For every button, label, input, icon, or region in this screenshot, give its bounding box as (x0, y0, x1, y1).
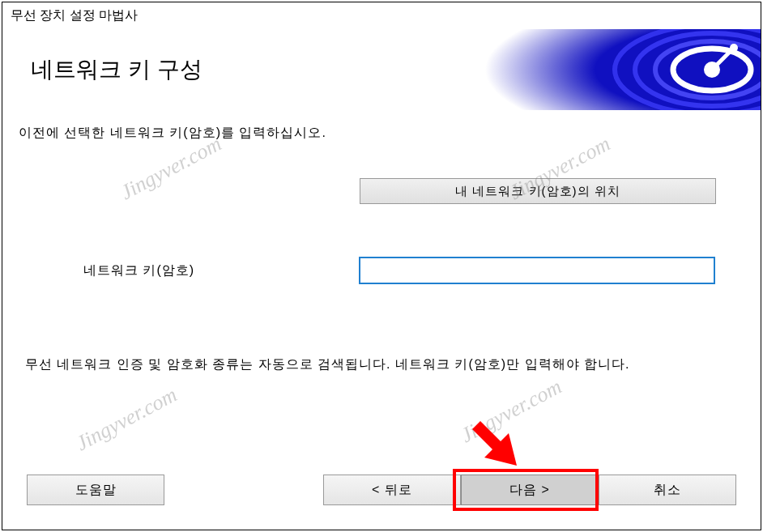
key-location-button[interactable]: 내 네트워크 키(암호)의 위치 (360, 178, 716, 204)
wizard-dialog: 무선 장치 설정 마법사 네트워크 키 구성 (2, 2, 761, 530)
wireless-icon (485, 29, 761, 110)
help-button[interactable]: 도움말 (27, 475, 164, 505)
instruction-text: 이전에 선택한 네트워크 키(암호)를 입력하십시오. (19, 125, 744, 142)
location-button-row: 내 네트워크 키(암호)의 위치 (19, 178, 744, 204)
footer: 도움말 < 뒤로 다음 > 취소 (2, 458, 761, 530)
info-text: 무선 네트워크 인증 및 암호화 종류는 자동으로 검색됩니다. 네트워크 키(… (19, 353, 744, 375)
window-title: 무선 장치 설정 마법사 (2, 2, 761, 29)
network-key-input[interactable] (359, 257, 715, 284)
next-button[interactable]: 다음 > (461, 475, 599, 505)
input-row: 네트워크 키(암호) (19, 257, 744, 284)
network-key-label: 네트워크 키(암호) (19, 262, 359, 279)
page-title: 네트워크 키 구성 (2, 54, 202, 85)
svg-point-6 (730, 44, 738, 52)
header: 네트워크 키 구성 (2, 29, 761, 110)
back-button[interactable]: < 뒤로 (323, 475, 461, 505)
content-area: 이전에 선택한 네트워크 키(암호)를 입력하십시오. 내 네트워크 키(암호)… (2, 110, 761, 458)
cancel-button[interactable]: 취소 (599, 475, 736, 505)
